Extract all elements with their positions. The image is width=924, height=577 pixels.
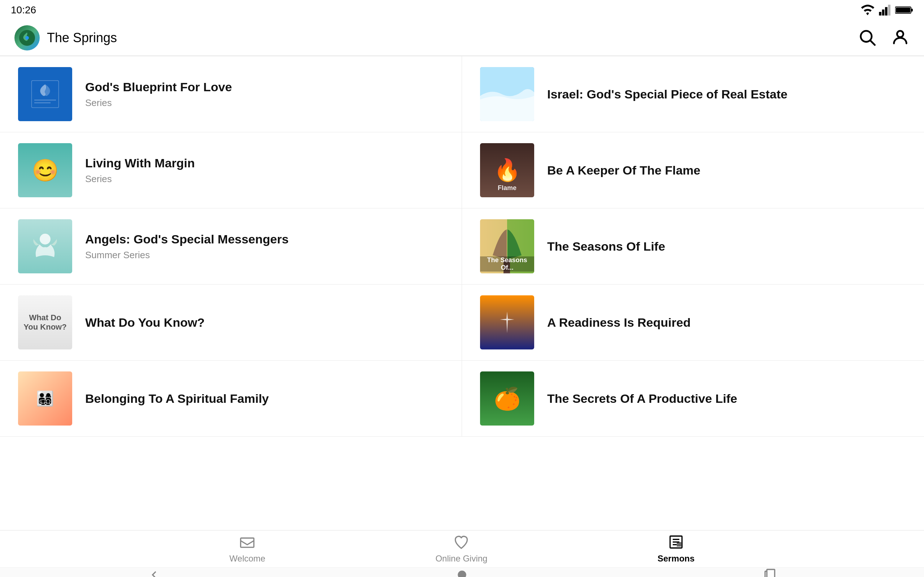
- series-subtitle-angels: Summer Series: [85, 250, 289, 261]
- series-title-margin: Living With Margin: [85, 156, 195, 171]
- series-item-readiness[interactable]: A Readiness Is Required: [462, 285, 924, 361]
- series-item-israel[interactable]: Israel: God's Special Piece of Real Esta…: [462, 56, 924, 132]
- nav-tab-welcome[interactable]: Welcome: [219, 530, 276, 567]
- signal-icon: [879, 5, 892, 16]
- status-bar: 10:26: [0, 0, 924, 20]
- series-thumbnail-angels: [18, 219, 72, 273]
- svg-rect-22: [241, 538, 254, 548]
- series-title-productive: The Secrets Of A Productive Life: [547, 391, 737, 406]
- series-thumbnail-israel: [480, 67, 534, 121]
- search-icon[interactable]: [858, 28, 876, 48]
- series-title-flame: Be A Keeper Of The Flame: [547, 163, 701, 178]
- wifi-icon: [861, 5, 875, 16]
- series-subtitle-margin: Series: [85, 174, 195, 185]
- system-nav: [0, 567, 924, 577]
- battery-icon: [895, 5, 913, 15]
- nav-icon-sermons: [668, 534, 684, 551]
- svg-rect-2: [885, 7, 888, 15]
- svg-line-10: [871, 40, 875, 45]
- content-area: God's Blueprint For Love Series Israel: …: [0, 56, 924, 530]
- nav-tab-sermons[interactable]: Sermons: [647, 530, 706, 567]
- nav-label-sermons: Sermons: [657, 554, 695, 564]
- series-info-productive: The Secrets Of A Productive Life: [547, 391, 737, 406]
- toolbar-left: The Springs: [15, 25, 117, 50]
- toolbar: The Springs: [0, 20, 924, 56]
- svg-rect-14: [34, 102, 50, 103]
- series-info-margin: Living With Margin Series: [85, 156, 195, 185]
- status-time: 10:26: [11, 4, 36, 16]
- nav-label-giving: Online Giving: [435, 554, 487, 564]
- svg-point-17: [40, 234, 50, 245]
- series-item-belonging[interactable]: 👨‍👩‍👧‍👦 Belonging To A Spiritual Family: [0, 361, 462, 437]
- series-thumbnail-blueprint: [18, 67, 72, 121]
- svg-rect-3: [888, 5, 890, 16]
- recents-button[interactable]: [762, 567, 777, 577]
- series-thumbnail-belonging: 👨‍👩‍👧‍👦: [18, 371, 72, 425]
- series-title-israel: Israel: God's Special Piece of Real Esta…: [547, 87, 788, 102]
- nav-label-welcome: Welcome: [229, 554, 266, 564]
- toolbar-right: [858, 28, 909, 48]
- series-thumbnail-productive: 🍊: [480, 371, 534, 425]
- series-item-flame[interactable]: 🔥Flame Be A Keeper Of The Flame: [462, 132, 924, 208]
- series-subtitle-blueprint: Series: [85, 97, 232, 108]
- series-item-productive[interactable]: 🍊 The Secrets Of A Productive Life: [462, 361, 924, 437]
- nav-tabs: Welcome Online Giving Sermons: [0, 530, 924, 567]
- series-info-israel: Israel: God's Special Piece of Real Esta…: [547, 87, 788, 102]
- series-info-whatdo: What Do You Know?: [85, 315, 205, 330]
- series-title-readiness: A Readiness Is Required: [547, 315, 690, 330]
- svg-rect-13: [34, 100, 56, 101]
- series-item-margin[interactable]: 😊 Living With Margin Series: [0, 132, 462, 208]
- back-button[interactable]: [147, 567, 162, 577]
- series-title-belonging: Belonging To A Spiritual Family: [85, 391, 269, 406]
- svg-rect-27: [677, 543, 681, 546]
- series-info-seasons: The Seasons Of Life: [547, 239, 665, 254]
- nav-tab-giving[interactable]: Online Giving: [425, 530, 498, 567]
- series-info-belonging: Belonging To A Spiritual Family: [85, 391, 269, 406]
- series-title-whatdo: What Do You Know?: [85, 315, 205, 330]
- svg-point-8: [25, 36, 29, 40]
- series-thumbnail-whatdo: What DoYou Know?: [18, 295, 72, 350]
- series-info-readiness: A Readiness Is Required: [547, 315, 690, 330]
- svg-rect-5: [911, 9, 913, 11]
- series-thumbnail-margin: 😊: [18, 143, 72, 197]
- nav-icon-welcome: [239, 534, 255, 551]
- series-info-flame: Be A Keeper Of The Flame: [547, 163, 701, 178]
- series-title-blueprint: God's Blueprint For Love: [85, 80, 232, 95]
- series-thumbnail-flame: 🔥Flame: [480, 143, 534, 197]
- series-item-seasons[interactable]: The Seasons Of... The Seasons Of Life: [462, 208, 924, 285]
- svg-point-11: [897, 31, 903, 37]
- series-thumbnail-seasons: The Seasons Of...: [480, 219, 534, 273]
- series-info-angels: Angels: God's Special Messengers Summer …: [85, 232, 289, 261]
- series-item-angels[interactable]: Angels: God's Special Messengers Summer …: [0, 208, 462, 285]
- series-item-blueprint[interactable]: God's Blueprint For Love Series: [0, 56, 462, 132]
- svg-rect-0: [879, 12, 881, 16]
- series-info-blueprint: God's Blueprint For Love Series: [85, 80, 232, 108]
- app-logo: [15, 25, 40, 50]
- nav-icon-giving: [453, 534, 469, 551]
- series-title-seasons: The Seasons Of Life: [547, 239, 665, 254]
- svg-rect-30: [767, 569, 775, 577]
- svg-text:🔥: 🔥: [494, 157, 521, 183]
- status-icons: [861, 5, 913, 16]
- bottom-nav: Welcome Online Giving Sermons: [0, 530, 924, 577]
- svg-rect-1: [882, 10, 885, 16]
- series-thumbnail-readiness: [480, 295, 534, 350]
- series-item-whatdo[interactable]: What DoYou Know? What Do You Know?: [0, 285, 462, 361]
- app-title: The Springs: [47, 30, 117, 45]
- series-title-angels: Angels: God's Special Messengers: [85, 232, 289, 247]
- series-grid: God's Blueprint For Love Series Israel: …: [0, 56, 924, 437]
- svg-point-28: [458, 571, 466, 577]
- svg-rect-6: [896, 8, 910, 13]
- home-button[interactable]: [455, 567, 469, 577]
- profile-icon[interactable]: [891, 28, 909, 48]
